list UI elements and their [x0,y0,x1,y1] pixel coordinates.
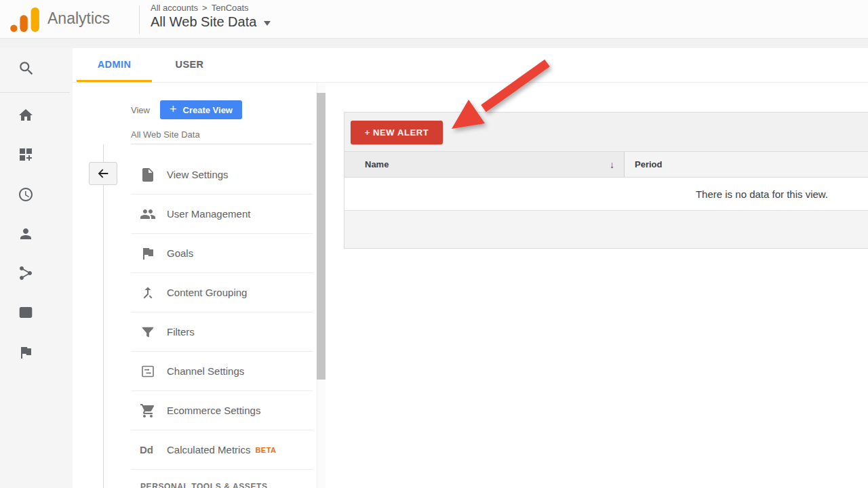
custom-alerts-card: + NEW ALERT Name ↓ Period There is no da… [344,112,868,249]
section-header-personal-tools: PERSONAL TOOLS & ASSETS [140,482,268,488]
empty-table-row: There is no data for this view. [344,178,868,211]
view-selector-label: All Web Site Data [151,14,256,30]
collapse-panel-button[interactable] [89,162,117,185]
panel-scrollbar-thumb[interactable] [317,93,326,380]
sort-descending-icon: ↓ [610,159,614,170]
breadcrumb: All accounts > TenCoats [151,3,249,13]
menu-item-goals[interactable]: Goals [131,234,313,273]
header-divider [139,5,140,34]
plus-icon: + [170,102,177,117]
breadcrumb-account[interactable]: TenCoats [212,3,249,13]
menu-item-content-grouping[interactable]: Content Grouping [131,273,313,312]
menu-item-user-management[interactable]: User Management [131,195,313,234]
behavior-window-icon[interactable] [18,304,34,321]
header-gray-strip [0,39,868,48]
current-view-name: All Web Site Data [131,129,200,140]
document-icon [140,167,156,183]
people-icon [140,206,156,222]
menu-item-label: Calculated Metrics [167,444,250,455]
panel-divider [131,144,313,144]
arrow-left-icon [96,166,111,181]
create-view-button[interactable]: + Create View [160,100,242,119]
home-icon[interactable] [18,107,34,123]
acquisition-share-icon[interactable] [18,265,34,281]
search-icon[interactable] [18,60,35,77]
customization-icon[interactable] [18,146,34,163]
alerts-toolbar: + NEW ALERT [344,113,868,152]
menu-item-ecommerce-settings[interactable]: Ecommerce Settings [131,391,313,430]
view-column-label: View [131,105,150,115]
tab-bar: ADMIN USER [73,48,868,83]
menu-item-label: Channel Settings [167,365,244,377]
tab-user[interactable]: USER [152,48,227,82]
navigation-rail [0,48,73,488]
create-view-label: Create View [183,105,233,115]
app-name: Analytics [47,9,110,28]
menu-item-label: Ecommerce Settings [167,405,260,416]
dd-icon: Dd [140,442,156,458]
name-column-label: Name [365,159,389,169]
period-column-label: Period [635,159,662,169]
view-settings-menu: View Settings User Management Goals Cont… [131,155,313,470]
new-alert-button[interactable]: + NEW ALERT [351,121,443,144]
menu-item-filters[interactable]: Filters [131,312,313,352]
audience-person-icon[interactable] [18,226,34,242]
menu-item-channel-settings[interactable]: Channel Settings [131,352,313,391]
top-header: Analytics All accounts > TenCoats All We… [0,0,868,39]
menu-item-label: Goals [167,247,193,259]
rail-divider [0,92,70,93]
menu-item-calculated-metrics[interactable]: Dd Calculated Metrics BETA [131,430,313,470]
table-footer-row [344,211,868,248]
column-header-name[interactable]: Name ↓ [344,152,625,177]
menu-item-label: User Management [167,208,250,220]
menu-item-label: View Settings [167,169,229,180]
chevron-down-icon [264,21,271,26]
tab-admin[interactable]: ADMIN [77,48,152,82]
view-selector-dropdown[interactable]: All Web Site Data [151,14,271,30]
conversions-flag-icon[interactable] [18,344,34,361]
menu-item-label: Content Grouping [167,287,247,298]
column-header-period[interactable]: Period [625,152,868,177]
merge-icon [140,285,156,301]
analytics-logo-icon[interactable] [9,7,41,33]
flag-icon [140,245,156,262]
menu-item-view-settings[interactable]: View Settings [131,155,313,195]
breadcrumb-all-accounts[interactable]: All accounts [151,3,198,13]
panel-edge-line [103,144,104,488]
beta-badge: BETA [255,446,276,454]
alerts-table-header: Name ↓ Period [344,152,868,178]
realtime-clock-icon[interactable] [18,186,34,203]
breadcrumb-separator: > [202,3,208,13]
menu-item-label: Filters [167,326,195,338]
cart-icon [140,403,156,419]
funnel-icon [140,324,156,340]
channel-icon [140,363,156,380]
